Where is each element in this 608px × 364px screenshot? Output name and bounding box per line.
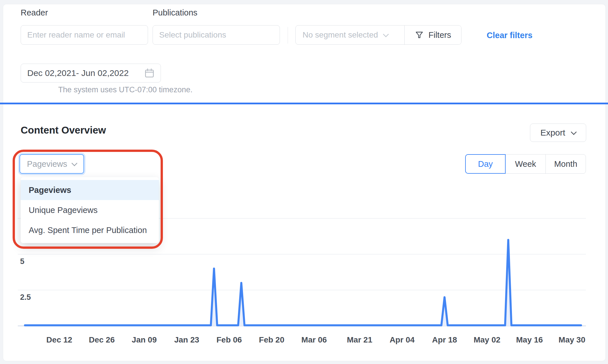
metric-option[interactable]: Unique Pageviews <box>21 200 159 220</box>
x-axis-label: May 16 <box>516 335 543 344</box>
x-axis-label: Jan 23 <box>174 335 199 344</box>
metric-select-button[interactable]: Pageviews <box>20 154 84 174</box>
publications-label: Publications <box>153 8 197 17</box>
x-axis-label: May 30 <box>559 335 585 344</box>
segment-filter-group: No segment selected Filters <box>295 25 461 45</box>
timezone-note: The system uses UTC-07:00 timezone. <box>58 85 192 94</box>
chevron-down-icon <box>71 160 77 166</box>
reader-input[interactable] <box>21 25 148 45</box>
y-axis-label: 5 <box>20 257 24 266</box>
segment-select-value: No segment selected <box>303 30 378 40</box>
metric-option[interactable]: Pageviews <box>21 180 159 200</box>
export-button[interactable]: Export <box>530 124 586 142</box>
x-axis-label: May 02 <box>473 335 500 344</box>
x-axis-label: Apr 18 <box>432 335 457 344</box>
filter-divider <box>288 27 288 44</box>
filters-button[interactable]: Filters <box>404 26 461 44</box>
segment-select[interactable]: No segment selected <box>296 26 404 44</box>
x-axis-label: Mar 21 <box>347 335 373 344</box>
x-axis-label: Mar 06 <box>301 335 327 344</box>
page-title: Content Overview <box>21 124 106 136</box>
y-axis-label: 2.5 <box>20 293 31 302</box>
export-button-label: Export <box>540 128 565 138</box>
calendar-icon <box>144 68 155 79</box>
x-axis-label: Dec 26 <box>89 335 115 344</box>
metric-option[interactable]: Avg. Spent Time per Publication <box>21 220 159 240</box>
granularity-toggle: DayWeekMonth <box>465 154 586 174</box>
funnel-icon <box>415 30 424 40</box>
reader-label: Reader <box>21 8 48 17</box>
analytics-page: Reader Publications No segment selected … <box>0 0 608 364</box>
date-range-value: Dec 02,2021- Jun 02,2022 <box>27 68 129 78</box>
x-axis-label: Feb 20 <box>259 335 284 344</box>
granularity-week-button[interactable]: Week <box>505 154 546 174</box>
metric-select-value: Pageviews <box>27 159 67 169</box>
x-axis-label: Apr 04 <box>389 335 415 344</box>
chevron-down-icon <box>571 129 577 135</box>
granularity-day-button[interactable]: Day <box>465 154 506 174</box>
date-range-picker[interactable]: Dec 02,2021- Jun 02,2022 <box>21 64 161 83</box>
chevron-down-icon <box>383 31 389 37</box>
series-line <box>25 240 581 325</box>
publications-input[interactable] <box>153 25 280 45</box>
x-axis-label: Jan 09 <box>132 335 157 344</box>
series-area-fill <box>25 240 581 326</box>
filters-button-label: Filters <box>428 30 451 40</box>
x-axis-label: Feb 06 <box>217 335 242 344</box>
clear-filters-link[interactable]: Clear filters <box>487 31 533 40</box>
section-divider <box>0 103 608 104</box>
metric-dropdown-panel: PageviewsUnique PageviewsAvg. Spent Time… <box>21 177 159 243</box>
x-axis-label: Dec 12 <box>46 335 72 344</box>
granularity-month-button[interactable]: Month <box>545 154 586 174</box>
